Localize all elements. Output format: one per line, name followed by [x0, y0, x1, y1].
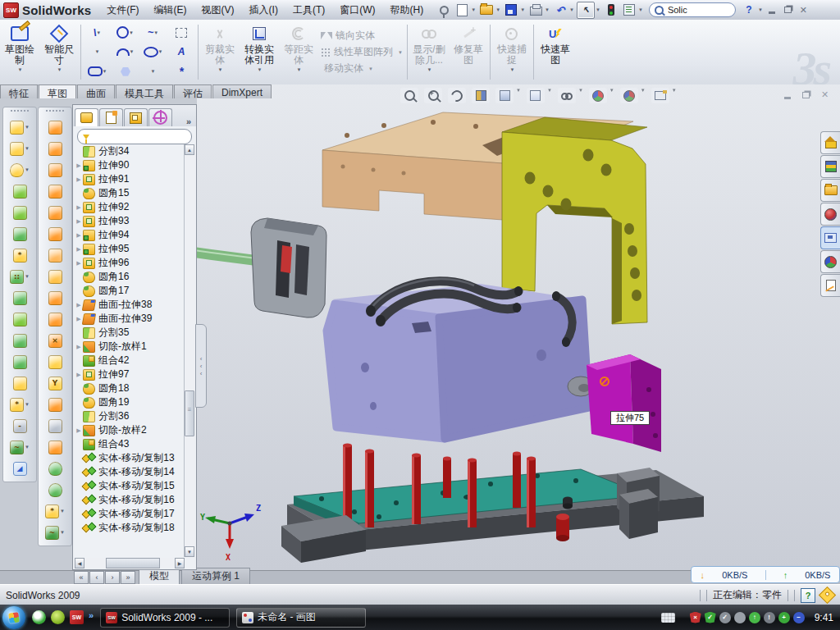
fillet-button[interactable]: ▼ [10, 159, 30, 180]
planar-surface-button[interactable] [48, 244, 62, 266]
ribbon-offset-button[interactable]: 等距实体▼ [279, 20, 318, 84]
resources-home-tab[interactable] [820, 131, 840, 154]
search-box[interactable] [649, 2, 736, 17]
sketch-spline-button[interactable]: ~▼ [140, 25, 167, 41]
tree-filter-input[interactable] [77, 129, 192, 144]
zoom-fit-button[interactable] [400, 88, 418, 103]
tree-item[interactable]: 圆角18 [75, 381, 185, 395]
expand-arrow-icon[interactable]: ▶ [75, 246, 83, 253]
axis-button[interactable]: - [13, 415, 27, 436]
tree-item[interactable]: ▶曲面-拉伸39 [75, 312, 185, 326]
tab-DimXpert[interactable]: DimXpert [212, 84, 272, 98]
expand-arrow-icon[interactable]: ▶ [75, 204, 83, 211]
dome-button[interactable] [48, 458, 62, 479]
overflow-chevron-icon[interactable]: » [89, 610, 94, 620]
ribbon-repair-button[interactable]: 修复草图 [449, 20, 488, 84]
sketch-polygon-button[interactable] [112, 63, 139, 80]
extruded-boss-button[interactable]: ▼ [10, 116, 30, 138]
doc-close-button[interactable]: ✕ [818, 89, 832, 101]
draft-button[interactable] [13, 308, 27, 330]
tab-曲面[interactable]: 曲面 [77, 84, 115, 98]
tab-草图[interactable]: 草图 [39, 84, 76, 98]
tree-item[interactable]: 实体-移动/复制13 [75, 451, 185, 465]
drag-handle[interactable] [46, 110, 64, 113]
tab-nav-1[interactable]: ‹ [89, 571, 104, 584]
menu-视图(V)[interactable]: 视图(V) [194, 0, 242, 21]
ribbon-display-delete-button[interactable]: 显示/删除几...▼ [409, 20, 449, 84]
instant3d-button[interactable]: ◢ [13, 458, 27, 479]
tree-item[interactable]: ▶拉伸94 [75, 228, 185, 242]
scroll-left-button[interactable]: ◀ [75, 558, 84, 568]
menu-工具(T)[interactable]: 工具(T) [285, 0, 332, 21]
help-button[interactable]: ? [741, 2, 757, 18]
lofted-boss-button[interactable] [13, 202, 27, 223]
ribbon-rapid-sketch-button[interactable]: 快速草图 [536, 20, 575, 84]
tab-model[interactable]: 模型 [139, 568, 180, 585]
tree-item[interactable]: 分割34 [75, 144, 185, 158]
expand-arrow-icon[interactable]: ▶ [75, 218, 83, 225]
pin-icon[interactable] [436, 2, 452, 18]
file-explorer-tab[interactable] [820, 179, 840, 202]
tree-item[interactable]: 圆角19 [75, 395, 185, 409]
thicken-button[interactable] [48, 394, 62, 415]
expand-arrow-icon[interactable]: ▶ [75, 232, 83, 239]
scroll-thumb[interactable] [185, 390, 194, 436]
tree-item[interactable]: 圆角15 [75, 186, 185, 200]
view-palette-tab[interactable] [820, 226, 840, 249]
new-document-button[interactable] [454, 2, 470, 18]
battery-green-icon[interactable]: ↑ [749, 612, 760, 623]
minimize-button[interactable] [765, 4, 779, 16]
sketch-text-button[interactable]: A [168, 43, 194, 60]
swept-boss-button[interactable] [13, 180, 27, 202]
rotate-view-button[interactable] [448, 88, 466, 103]
safety-ball-icon[interactable] [51, 610, 65, 624]
configurationmanager-tab[interactable] [124, 108, 148, 126]
menu-文件(F)[interactable]: 文件(F) [99, 0, 146, 21]
keyboard-icon[interactable] [661, 613, 675, 623]
sketch-point-button[interactable]: * [168, 63, 194, 80]
messenger-icon[interactable] [32, 610, 46, 624]
curve-tools-button[interactable]: ~▼ [45, 522, 65, 543]
tree-item[interactable]: 组合43 [75, 437, 185, 451]
close-button[interactable]: ✕ [797, 4, 810, 16]
hscroll-thumb[interactable] [106, 558, 160, 568]
sketch-rectangle-button[interactable]: ▼ [84, 43, 111, 60]
ribbon-smart-dimension-button[interactable]: 智能尺寸▼ [39, 20, 79, 84]
boundary-surface-button[interactable] [48, 202, 62, 223]
scroll-right-button[interactable]: ▶ [175, 558, 185, 568]
tree-item[interactable]: 实体-移动/复制18 [75, 521, 185, 535]
tab-模具工具[interactable]: 模具工具 [116, 84, 173, 98]
expand-arrow-icon[interactable]: ▶ [75, 260, 83, 267]
edit-appearance-button[interactable] [589, 88, 607, 103]
tree-item[interactable]: ▶拉伸92 [75, 200, 185, 214]
view-settings-button[interactable] [651, 88, 669, 103]
tab-motion-study[interactable]: 运动算例 1 [181, 568, 250, 585]
menu-帮助(H)[interactable]: 帮助(H) [383, 0, 431, 21]
extruded-cut-button[interactable]: ▼ [10, 138, 30, 159]
tree-item[interactable]: 圆角16 [75, 270, 185, 284]
tree-item[interactable]: 实体-移动/复制16 [75, 493, 185, 507]
menu-插入(I)[interactable]: 插入(I) [242, 0, 285, 21]
tree-item[interactable]: ▶拉伸90 [75, 158, 185, 172]
expand-arrow-icon[interactable]: ▶ [75, 372, 83, 378]
tab-nav-0[interactable]: « [74, 571, 89, 584]
ribbon-mirror-entities-button[interactable]: 镜向实体 [321, 29, 403, 43]
menu-窗口(W)[interactable]: 窗口(W) [332, 0, 382, 21]
tree-item[interactable]: 分割36 [75, 409, 185, 423]
trim-surface-button[interactable] [48, 415, 62, 436]
linear-pattern-button[interactable]: ::▼ [10, 266, 30, 287]
tree-item[interactable]: ▶拉伸96 [75, 256, 185, 270]
ribbon-sketch-button[interactable]: 草图绘制▼ [0, 20, 39, 84]
drag-handle[interactable] [11, 110, 29, 113]
tree-item[interactable]: ▶拉伸95 [75, 242, 185, 256]
hide-show-items-button[interactable] [558, 88, 576, 103]
tree-item[interactable]: ▶拉伸91 [75, 172, 185, 186]
knit-surface-button[interactable]: Y [48, 372, 62, 394]
move-copy-bodies-button[interactable] [13, 372, 27, 394]
sketch-picture-button[interactable] [168, 25, 194, 41]
lofted-surface-button[interactable] [48, 180, 62, 202]
open-button[interactable] [478, 2, 495, 18]
health-plus-icon[interactable]: + [778, 612, 790, 623]
section-view-button[interactable] [472, 88, 490, 103]
update-wheel-icon[interactable]: ✓ [719, 612, 731, 623]
